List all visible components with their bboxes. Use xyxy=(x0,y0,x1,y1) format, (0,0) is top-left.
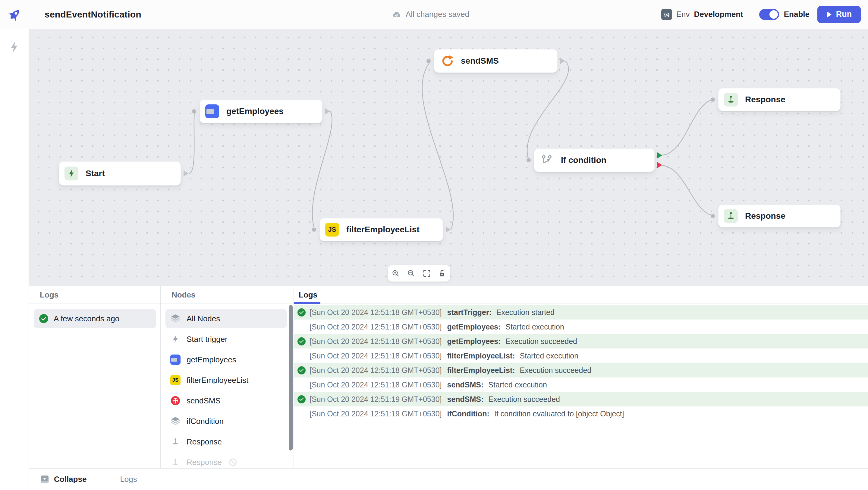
collapse-panel-icon xyxy=(40,475,49,484)
env-value: Development xyxy=(694,10,743,19)
env-braces-icon: {x} xyxy=(661,9,672,20)
output-port[interactable] xyxy=(325,108,330,114)
table-widget-icon xyxy=(170,354,181,365)
lock-icon[interactable] xyxy=(436,267,448,279)
node-start[interactable]: Start xyxy=(59,162,181,185)
log-node-name: filterEmployeeList: xyxy=(447,366,515,375)
node-getEmployees[interactable]: getEmployees xyxy=(199,99,322,123)
nodes-list-scrollbar[interactable] xyxy=(289,305,293,451)
runs-header: Logs xyxy=(29,286,160,304)
lightning-bolt-icon xyxy=(170,334,181,344)
log-row[interactable]: [Sun Oct 20 2024 12:51:18 GMT+0530] send… xyxy=(294,377,868,392)
run-history-item[interactable]: A few seconds ago xyxy=(34,309,156,328)
nodes-list: All Nodes Start trigger getEmployees JS xyxy=(161,304,293,471)
node-ifCondition[interactable]: If condition xyxy=(534,148,655,172)
nodes-list-item-label: ifCondition xyxy=(187,417,224,426)
output-port-false[interactable] xyxy=(657,162,662,168)
fit-view-icon[interactable] xyxy=(421,267,433,279)
nodes-list-item-getEmployees[interactable]: getEmployees xyxy=(165,350,287,369)
runs-column: Logs A few seconds ago xyxy=(29,286,161,468)
enable-toggle[interactable] xyxy=(759,9,779,20)
save-status-text: All changes saved xyxy=(406,10,469,19)
log-row[interactable]: [Sun Oct 20 2024 12:51:18 GMT+0530] getE… xyxy=(294,319,868,334)
footer-bar: Collapse Logs xyxy=(29,468,868,490)
layers-icon xyxy=(170,314,181,324)
success-check-icon xyxy=(39,314,48,323)
log-row[interactable]: [Sun Oct 20 2024 12:51:18 GMT+0530] filt… xyxy=(294,348,868,363)
log-entries: [Sun Oct 20 2024 12:51:18 GMT+0530] star… xyxy=(294,304,868,421)
nodes-list-item-start-trigger[interactable]: Start trigger xyxy=(165,330,287,348)
output-port[interactable] xyxy=(184,171,188,176)
nodes-list-item-label: All Nodes xyxy=(187,314,220,323)
trigger-rail-icon[interactable] xyxy=(8,41,21,55)
enable-label: Enable xyxy=(784,10,809,19)
divider xyxy=(100,473,100,486)
log-row[interactable]: [Sun Oct 20 2024 12:51:18 GMT+0530] getE… xyxy=(294,334,868,348)
input-port[interactable] xyxy=(711,97,715,102)
log-row[interactable]: [Sun Oct 20 2024 12:51:18 GMT+0530] star… xyxy=(294,305,868,319)
twilio-icon xyxy=(170,396,181,406)
log-node-name: sendSMS: xyxy=(447,395,484,404)
nodes-column: Nodes All Nodes Start trigger xyxy=(161,286,294,468)
environment-selector[interactable]: {x} Env Development xyxy=(661,9,743,20)
log-message: Started execution xyxy=(488,380,547,389)
log-timestamp: [Sun Oct 20 2024 12:51:19 GMT+0530] xyxy=(310,409,442,418)
node-sendSMS[interactable]: sendSMS xyxy=(434,49,558,73)
log-node-name: filterEmployeeList: xyxy=(447,351,515,360)
input-port[interactable] xyxy=(192,109,196,113)
input-port[interactable] xyxy=(427,59,431,63)
lightning-bolt-icon xyxy=(64,167,79,180)
log-row[interactable]: [Sun Oct 20 2024 12:51:19 GMT+0530] send… xyxy=(294,392,868,406)
log-row[interactable]: [Sun Oct 20 2024 12:51:18 GMT+0530] filt… xyxy=(294,363,868,377)
nodes-list-item-response-1[interactable]: Response xyxy=(165,432,287,451)
zoom-in-icon[interactable] xyxy=(390,267,402,279)
node-label: Response xyxy=(745,211,785,221)
success-check-icon xyxy=(298,308,310,317)
output-port-true[interactable] xyxy=(657,152,662,158)
tab-logs[interactable]: Logs xyxy=(294,290,317,299)
input-port[interactable] xyxy=(312,228,316,232)
nodes-header: Nodes xyxy=(161,286,293,304)
workflow-title: sendEventNotification xyxy=(44,9,141,20)
log-row[interactable]: [Sun Oct 20 2024 12:51:19 GMT+0530] ifCo… xyxy=(294,406,868,421)
nodes-list-item-filterEmployeeList[interactable]: JS filterEmployeeList xyxy=(165,371,287,390)
nodes-list-item-all[interactable]: All Nodes xyxy=(165,309,287,328)
app-logo[interactable] xyxy=(0,0,29,29)
log-node-name: ifCondition: xyxy=(447,409,490,418)
node-filterEmployeeList[interactable]: JS filterEmployeeList xyxy=(319,218,443,241)
nodes-list-item-ifCondition[interactable]: ifCondition xyxy=(165,412,287,431)
active-tab-indicator xyxy=(294,302,320,304)
input-port[interactable] xyxy=(711,214,715,218)
enable-control: Enable xyxy=(759,9,809,20)
log-message: Execution succeeded xyxy=(520,366,592,375)
zoom-out-icon[interactable] xyxy=(405,267,417,279)
node-response-1[interactable]: Response xyxy=(718,88,841,111)
run-button[interactable]: Run xyxy=(817,6,861,23)
node-response-2[interactable]: Response xyxy=(718,205,841,228)
log-timestamp: [Sun Oct 20 2024 12:51:19 GMT+0530] xyxy=(310,395,442,404)
env-label: Env xyxy=(676,10,690,19)
success-check-icon xyxy=(298,337,310,345)
footer-logs-button[interactable]: Logs xyxy=(120,474,137,484)
log-message: Started execution xyxy=(520,351,579,360)
log-timestamp: [Sun Oct 20 2024 12:51:18 GMT+0530] xyxy=(310,308,442,317)
nodes-list-item-label: sendSMS xyxy=(187,396,221,405)
rocket-icon xyxy=(7,7,22,22)
input-port[interactable] xyxy=(527,158,531,162)
nodes-list-item-sendSMS[interactable]: sendSMS xyxy=(165,391,287,410)
response-pin-icon xyxy=(724,209,738,223)
node-label: filterEmployeeList xyxy=(346,225,420,234)
output-port[interactable] xyxy=(560,58,565,64)
node-label: Start xyxy=(86,169,105,178)
log-timestamp: [Sun Oct 20 2024 12:51:18 GMT+0530] xyxy=(310,322,442,331)
top-bar: sendEventNotification All changes saved … xyxy=(0,0,868,29)
save-status: All changes saved xyxy=(392,0,469,29)
js-icon: JS xyxy=(170,375,181,385)
toggle-knob xyxy=(770,10,778,19)
success-check-icon xyxy=(298,395,310,403)
success-check-icon xyxy=(298,366,310,374)
output-port[interactable] xyxy=(446,227,451,233)
collapse-button[interactable]: Collapse xyxy=(40,474,87,484)
run-label: Run xyxy=(836,10,852,19)
log-message: If condition evaluated to [object Object… xyxy=(494,409,624,418)
